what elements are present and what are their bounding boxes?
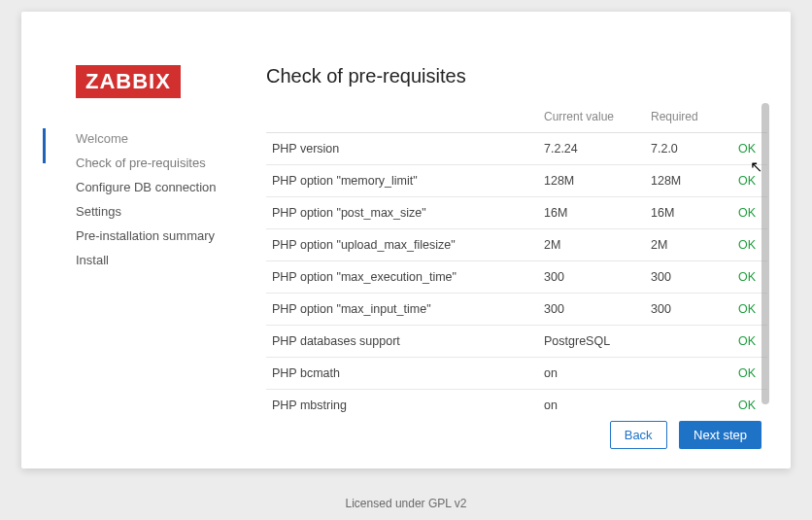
req-name: PHP option "memory_limit"	[266, 165, 538, 197]
zabbix-logo: ZABBIX	[76, 65, 181, 98]
req-name: PHP option "post_max_size"	[266, 197, 538, 229]
req-current: 300	[538, 294, 645, 326]
col-header-name	[266, 101, 538, 133]
req-current: 128M	[538, 165, 645, 197]
req-name: PHP option "max_execution_time"	[266, 261, 538, 294]
sidebar-item-db[interactable]: Configure DB connection	[76, 175, 245, 199]
sidebar-item-prerequisites[interactable]: Check of pre-requisites	[76, 151, 245, 175]
req-required: 2M	[645, 229, 732, 261]
table-row: PHP bcmathonOK	[266, 358, 767, 390]
table-row: PHP option "memory_limit"128M128MOK	[266, 165, 767, 197]
sidebar-item-summary[interactable]: Pre-installation summary	[76, 224, 245, 248]
req-name: PHP option "max_input_time"	[266, 294, 538, 326]
req-name: PHP version	[266, 133, 538, 165]
requirements-table-scroll[interactable]: Current value Required PHP version7.2.24…	[266, 101, 767, 414]
table-row: PHP option "max_execution_time"300300OK	[266, 261, 767, 294]
req-current: on	[538, 358, 645, 390]
req-required	[645, 326, 732, 358]
table-row: PHP version7.2.247.2.0OK	[266, 133, 767, 165]
sidebar-item-settings[interactable]: Settings	[76, 199, 245, 224]
req-current: 2M	[538, 229, 645, 261]
installer-panel: ZABBIX Welcome Check of pre-requisites C…	[21, 12, 791, 468]
req-required: 300	[645, 261, 732, 294]
sidebar-item-welcome[interactable]: Welcome	[76, 126, 245, 151]
table-row: PHP databases supportPostgreSQLOK	[266, 326, 767, 358]
req-name: PHP option "upload_max_filesize"	[266, 229, 538, 261]
main-content: Check of pre-requisites Current value Re…	[266, 65, 767, 449]
req-current: 16M	[538, 197, 645, 229]
req-current: 7.2.24	[538, 133, 645, 165]
back-button[interactable]: Back	[610, 421, 667, 449]
req-required	[645, 358, 732, 390]
table-row: PHP option "upload_max_filesize"2M2MOK	[266, 229, 767, 261]
req-required: 300	[645, 294, 732, 326]
req-current: 300	[538, 261, 645, 294]
req-name: PHP mbstring	[266, 390, 538, 415]
table-row: PHP option "post_max_size"16M16MOK	[266, 197, 767, 229]
req-required: 7.2.0	[645, 133, 732, 165]
license-footer: Licensed under GPL v2	[0, 497, 812, 510]
req-required: 16M	[645, 197, 732, 229]
page-title: Check of pre-requisites	[266, 65, 767, 87]
req-name: PHP bcmath	[266, 358, 538, 390]
scrollbar-thumb[interactable]	[761, 103, 769, 404]
requirements-table: Current value Required PHP version7.2.24…	[266, 101, 767, 414]
wizard-buttons: Back Next step	[602, 409, 761, 449]
req-required: 128M	[645, 165, 732, 197]
req-name: PHP databases support	[266, 326, 538, 358]
sidebar-item-install[interactable]: Install	[76, 248, 245, 272]
col-header-required: Required	[645, 101, 732, 133]
col-header-current: Current value	[538, 101, 645, 133]
req-current: PostgreSQL	[538, 326, 645, 358]
table-row: PHP option "max_input_time"300300OK	[266, 294, 767, 326]
wizard-steps-sidebar: Welcome Check of pre-requisites Configur…	[21, 126, 245, 272]
next-step-button[interactable]: Next step	[679, 421, 761, 449]
